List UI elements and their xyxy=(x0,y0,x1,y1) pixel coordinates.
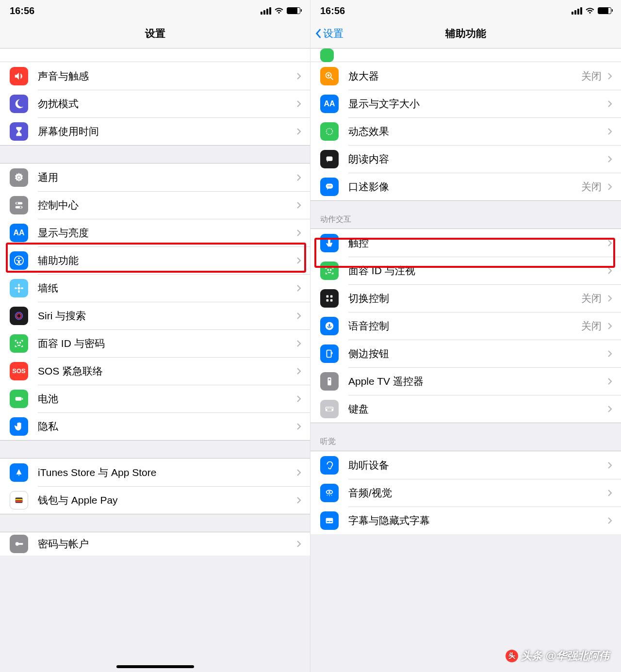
settings-group-3: iTunes Store 与 App Store 钱包与 Apple Pay xyxy=(0,458,310,514)
cell-label: 电池 xyxy=(38,392,294,406)
chevron-right-icon xyxy=(605,239,615,247)
cell-switch-control[interactable]: 切换控制 关闭 xyxy=(310,284,621,312)
magnifier-icon xyxy=(320,67,339,85)
chevron-right-icon xyxy=(294,72,304,80)
svg-rect-58 xyxy=(327,521,330,522)
cellular-signal-icon xyxy=(261,7,271,15)
wifi-icon xyxy=(585,7,595,14)
chevron-right-icon xyxy=(294,469,304,476)
cell-label: 隐私 xyxy=(38,420,294,433)
sidebtn-icon xyxy=(320,344,339,363)
cell-voice-control[interactable]: 语音控制 关闭 xyxy=(310,312,621,340)
svg-point-8 xyxy=(18,283,20,286)
aa-icon: AA xyxy=(320,95,339,113)
svg-rect-36 xyxy=(330,295,333,297)
cell-label: 勿扰模式 xyxy=(38,97,294,111)
cell-label: 口述影像 xyxy=(348,180,581,194)
chevron-right-icon xyxy=(605,461,615,469)
cell-label: iTunes Store 与 App Store xyxy=(38,466,294,479)
chevron-right-icon xyxy=(294,423,304,430)
svg-rect-20 xyxy=(16,500,23,502)
cell-label: 墙纸 xyxy=(38,281,294,295)
siri-icon xyxy=(10,307,28,325)
chevron-right-icon xyxy=(294,128,304,135)
svg-point-54 xyxy=(327,494,328,495)
cell-appstore[interactable]: iTunes Store 与 App Store xyxy=(0,459,310,486)
cell-faceid[interactable]: 面容 ID 与密码 xyxy=(0,329,310,357)
cell-accessibility[interactable]: 辅助功能 xyxy=(0,246,310,274)
cell-value: 关闭 xyxy=(581,319,602,333)
svg-rect-42 xyxy=(332,352,333,354)
chevron-right-icon xyxy=(294,496,304,504)
cell-passwords[interactable]: 密码与帐户 xyxy=(0,532,310,556)
svg-point-13 xyxy=(16,313,21,318)
cell-battery[interactable]: 电池 xyxy=(0,385,310,412)
settings-group-2: 通用 控制中心 AA 显示与亮度 辅助功能 xyxy=(0,163,310,441)
back-button[interactable]: 设置 xyxy=(314,27,343,40)
svg-rect-43 xyxy=(327,377,331,385)
svg-point-30 xyxy=(327,185,328,186)
cell-wallet[interactable]: 钱包与 Apple Pay xyxy=(0,486,310,514)
cell-hearing-devices[interactable]: 助听设备 xyxy=(310,451,621,479)
cell-keyboard[interactable]: 键盘 xyxy=(310,395,621,423)
motion-icon xyxy=(320,122,339,141)
cell-privacy[interactable]: 隐私 xyxy=(0,412,310,440)
battery-icon xyxy=(287,7,300,14)
settings-group-4: 密码与帐户 xyxy=(0,532,310,556)
cell-display[interactable]: AA 显示与亮度 xyxy=(0,219,310,246)
status-bar: 16:56 xyxy=(310,0,621,18)
voice-icon xyxy=(320,317,339,335)
cell-dnd[interactable]: 勿扰模式 xyxy=(0,90,310,117)
cell-wallpaper[interactable]: 墙纸 xyxy=(0,274,310,302)
cell-audio-visual[interactable]: 音频/视觉 xyxy=(310,479,621,507)
chevron-right-icon xyxy=(294,312,304,320)
chevron-right-icon xyxy=(294,395,304,403)
svg-point-11 xyxy=(21,287,23,289)
svg-point-53 xyxy=(328,491,330,493)
cell-side-button[interactable]: 侧边按钮 xyxy=(310,340,621,367)
cell-touch[interactable]: 触控 xyxy=(310,229,621,257)
cell-faceid-attention[interactable]: 面容 ID 与注视 xyxy=(310,257,621,284)
status-time: 16:56 xyxy=(320,5,345,16)
chevron-right-icon xyxy=(605,267,615,275)
cell-screentime[interactable]: 屏幕使用时间 xyxy=(0,117,310,145)
status-time: 16:56 xyxy=(10,5,34,16)
cell-label: 显示与文字大小 xyxy=(348,97,605,111)
cell-sos[interactable]: SOS SOS 紧急联络 xyxy=(0,357,310,385)
watermark: 头 头条 @华强北阿伟 xyxy=(506,649,609,663)
svg-rect-16 xyxy=(16,397,22,400)
cell-magnifier[interactable]: 放大器 关闭 xyxy=(310,62,621,90)
cell-siri[interactable]: Siri 与搜索 xyxy=(0,302,310,329)
cell-spoken-content[interactable]: 朗读内容 xyxy=(310,145,621,173)
cell-label: 控制中心 xyxy=(38,198,294,212)
cell-label: 面容 ID 与密码 xyxy=(38,337,294,350)
cell-audio-descriptions[interactable]: 口述影像 关闭 xyxy=(310,173,621,200)
cell-motion[interactable]: 动态效果 xyxy=(310,117,621,145)
cell-subtitles[interactable]: 字幕与隐藏式字幕 xyxy=(310,507,621,534)
sos-icon: SOS xyxy=(10,362,28,380)
faceid-icon xyxy=(320,262,339,280)
hearing-group: 助听设备 音频/视觉 字幕与隐藏式字幕 xyxy=(310,451,621,534)
watermark-text: 头条 @华强北阿伟 xyxy=(521,649,609,663)
svg-point-44 xyxy=(328,378,330,380)
chevron-right-icon xyxy=(605,183,615,191)
chevron-right-icon xyxy=(605,377,615,385)
back-label: 设置 xyxy=(323,27,343,40)
cell-appletv-remote[interactable]: Apple TV 遥控器 xyxy=(310,367,621,395)
cell-control-center[interactable]: 控制中心 xyxy=(0,191,310,219)
chevron-right-icon xyxy=(605,405,615,413)
svg-point-56 xyxy=(331,494,332,495)
cell-label: 面容 ID 与注视 xyxy=(348,264,605,278)
battery-icon xyxy=(10,390,28,408)
svg-line-24 xyxy=(331,77,333,80)
hand-icon xyxy=(10,417,28,436)
cell-sound[interactable]: 声音与触感 xyxy=(0,62,310,90)
home-indicator xyxy=(116,665,194,668)
cell-text-size[interactable]: AA 显示与文字大小 xyxy=(310,90,621,117)
navbar: 设置 xyxy=(0,18,310,49)
cell-general[interactable]: 通用 xyxy=(0,164,310,191)
cell-label: 切换控制 xyxy=(348,292,581,305)
svg-rect-28 xyxy=(327,156,333,161)
page-title: 辅助功能 xyxy=(445,27,486,40)
cell-label: 通用 xyxy=(38,171,294,184)
